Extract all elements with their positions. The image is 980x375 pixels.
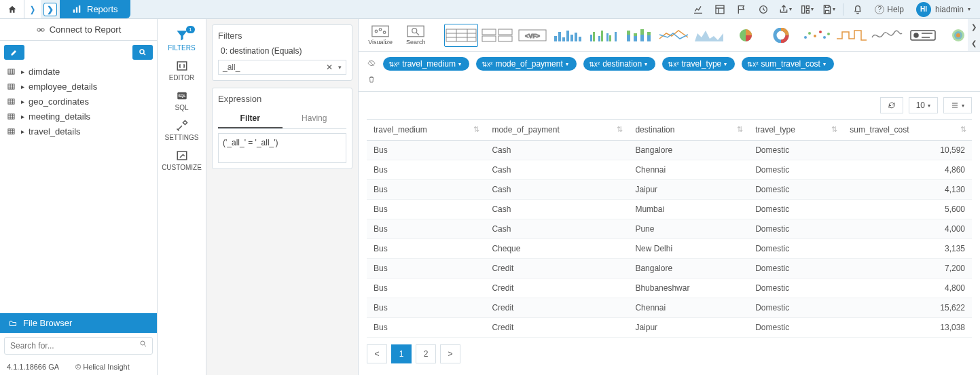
table-row[interactable]: BusCashChennaiDomestic4,860 xyxy=(367,160,972,180)
flag-icon[interactable] xyxy=(731,1,752,18)
table-row[interactable]: BusCashPuneDomestic4,000 xyxy=(367,219,972,239)
reports-tab[interactable]: Reports xyxy=(60,0,130,18)
file-browser-header[interactable]: File Browser xyxy=(0,313,157,333)
pill-mode_of_payment[interactable]: ⇅x²mode_of_payment▾ xyxy=(476,57,577,71)
editor-tool[interactable]: EDITOR xyxy=(158,56,206,86)
stacked-bar-chart-type[interactable] xyxy=(623,24,655,47)
spline-chart-type[interactable] xyxy=(871,24,903,47)
table-row[interactable]: BusCashJaipurDomestic4,130 xyxy=(367,180,972,200)
hide-icon[interactable] xyxy=(365,57,378,69)
layout-dropdown[interactable]: ▾ xyxy=(797,1,817,18)
line-chart-type[interactable] xyxy=(658,24,691,47)
sort-icon[interactable]: ⇅ xyxy=(617,125,623,134)
svg-point-59 xyxy=(808,32,811,35)
share-dropdown[interactable]: ▾ xyxy=(775,1,795,18)
filters-tool[interactable]: 1 FILTERS xyxy=(158,24,206,56)
connect-label: Connect to Report xyxy=(50,24,122,35)
sidebar-search-button[interactable] xyxy=(132,45,153,60)
col-sum_travel_cost[interactable]: sum_travel_cost⇅ xyxy=(843,120,972,141)
table-row[interactable]: BusCashBangaloreDomestic10,592 xyxy=(367,141,972,160)
user-menu[interactable]: HI hiadmin ▾ xyxy=(911,2,976,17)
list-view-dropdown[interactable]: ▾ xyxy=(943,97,972,113)
visualize-button[interactable]: Visualize xyxy=(364,24,397,47)
svg-point-63 xyxy=(827,33,830,35)
card-chart-type[interactable] xyxy=(907,24,939,47)
pie-chart-type[interactable] xyxy=(729,24,761,47)
table-item-geo_cordinates[interactable]: ▸geo_cordinates xyxy=(7,96,150,107)
notifications-button[interactable] xyxy=(848,1,868,18)
grouped-bar-chart-type[interactable] xyxy=(587,24,620,47)
refresh-button[interactable] xyxy=(880,97,903,113)
filter-count-badge: 1 xyxy=(186,26,194,33)
table-item-travel_details[interactable]: ▸travel_details xyxy=(7,126,150,137)
edit-button[interactable] xyxy=(4,45,24,60)
folder-icon xyxy=(8,319,18,327)
table-item-dimdate[interactable]: ▸dimdate xyxy=(7,67,150,77)
breadcrumb-chevron[interactable]: ❯ xyxy=(43,3,57,16)
search-input[interactable] xyxy=(4,337,153,355)
chart-type-bar: Visualize Search <VF> xyxy=(359,19,980,52)
delete-icon[interactable] xyxy=(365,73,378,86)
save-dropdown[interactable]: ▾ xyxy=(818,1,839,18)
expression-textarea[interactable]: ('_all_' = '_all_') xyxy=(218,133,346,163)
history-icon[interactable] xyxy=(753,1,774,18)
dashboard-icon[interactable] xyxy=(710,1,730,18)
table-chart-type[interactable] xyxy=(444,24,478,47)
topbar: ❭ ❯ Reports ▾ ▾ ▾ ? Help HI hiadmin xyxy=(0,0,980,19)
col-destination[interactable]: destination⇅ xyxy=(628,120,748,141)
page-next[interactable]: > xyxy=(440,344,460,363)
col-travel_medium[interactable]: travel_medium⇅ xyxy=(367,120,485,141)
tab-having[interactable]: Having xyxy=(283,109,347,128)
sort-icon[interactable]: ⇅ xyxy=(473,125,479,134)
svg-rect-47 xyxy=(615,32,617,41)
sql-tool[interactable]: SQL SQL xyxy=(158,86,206,115)
sort-icon[interactable]: ⇅ xyxy=(737,125,743,134)
svg-rect-30 xyxy=(482,36,496,41)
svg-rect-15 xyxy=(8,129,14,134)
table-row[interactable]: BusCreditBangaloreDomestic7,200 xyxy=(367,259,972,279)
table-row[interactable]: BusCreditChennaiDomestic15,622 xyxy=(367,298,972,318)
crosstab-chart-type[interactable] xyxy=(481,24,513,47)
vf-chart-type[interactable]: <VF> xyxy=(516,24,549,47)
pill-travel_medium[interactable]: ⇅x²travel_medium▾ xyxy=(383,57,469,71)
page-size-dropdown[interactable]: 10▾ xyxy=(909,97,938,113)
help-link[interactable]: ? Help xyxy=(869,5,909,14)
svg-rect-1 xyxy=(76,7,77,12)
svg-rect-41 xyxy=(590,35,592,41)
table-row[interactable]: BusCreditJaipurDomestic13,038 xyxy=(367,318,972,338)
pill-destination[interactable]: ⇅x²destination▾ xyxy=(583,57,655,71)
table-row[interactable]: BusChequeNew DelhiDomestic3,135 xyxy=(367,239,972,259)
chart-line-icon[interactable] xyxy=(688,1,708,18)
table-row[interactable]: BusCashMumbaiDomestic5,600 xyxy=(367,200,972,219)
page-2[interactable]: 2 xyxy=(416,344,436,363)
clear-icon[interactable]: ✕ xyxy=(326,62,333,72)
page-1[interactable]: 1 xyxy=(391,344,412,363)
chart-next[interactable]: ❯ xyxy=(968,19,980,35)
step-chart-type[interactable] xyxy=(835,24,868,47)
home-button[interactable] xyxy=(0,0,24,18)
col-travel_type[interactable]: travel_type⇅ xyxy=(748,120,843,141)
pill-travel_type[interactable]: ⇅x²travel_type▾ xyxy=(662,57,735,71)
chart-prev[interactable]: ❮ xyxy=(968,35,980,52)
sort-icon[interactable]: ⇅ xyxy=(831,125,837,134)
col-mode_of_payment[interactable]: mode_of_payment⇅ xyxy=(485,120,628,141)
sort-icon[interactable]: ⇅ xyxy=(960,125,966,134)
customize-tool[interactable]: CUSTOMIZE xyxy=(158,145,206,175)
pill-sum_travel_cost[interactable]: ⇅x²sum_travel_cost▾ xyxy=(742,57,834,71)
donut-chart-type[interactable] xyxy=(765,24,797,47)
svg-rect-51 xyxy=(634,36,637,41)
scatter-chart-type[interactable] xyxy=(800,24,833,47)
connect-to-report[interactable]: Connect to Report xyxy=(0,19,157,41)
settings-tool[interactable]: SETTINGS xyxy=(158,115,206,145)
table-item-employee_details[interactable]: ▸employee_details xyxy=(7,82,150,92)
table-row[interactable]: BusCreditBhubaneshwarDomestic4,800 xyxy=(367,279,972,298)
link-icon xyxy=(36,26,46,34)
table-item-meeting_details[interactable]: ▸meeting_details xyxy=(7,111,150,122)
area-chart-type[interactable] xyxy=(693,24,726,47)
filter-0-value[interactable]: _all_ ✕ ▾ xyxy=(218,60,346,75)
search-chart-button[interactable]: Search xyxy=(399,24,432,47)
page-prev[interactable]: < xyxy=(367,344,387,363)
tab-filter[interactable]: Filter xyxy=(218,109,283,128)
bar-chart-type[interactable] xyxy=(551,24,584,47)
dropdown-icon[interactable]: ▾ xyxy=(338,64,342,71)
